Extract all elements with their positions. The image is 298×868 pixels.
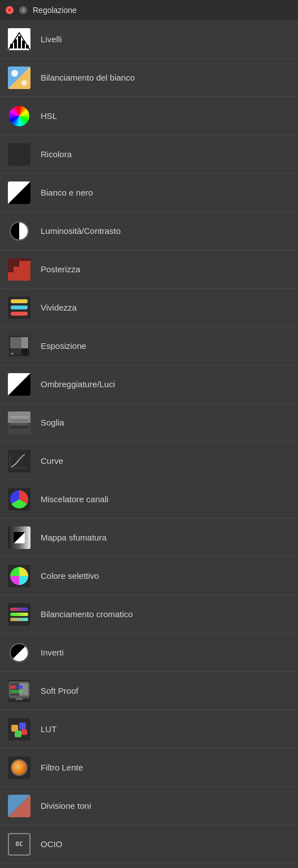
label-lut: LUT	[41, 724, 56, 734]
icon-tonesplit	[8, 795, 30, 817]
icon-vivid	[8, 296, 30, 319]
menu-item-curves[interactable]: Curve	[0, 442, 298, 480]
menu-item-brightness[interactable]: Luminosità/Contrasto	[0, 212, 298, 250]
svg-rect-40	[19, 723, 26, 729]
adjustment-list: Livelli Bilanciamento del bianco HSL Ric…	[0, 20, 298, 863]
svg-rect-42	[21, 729, 27, 735]
icon-invert	[8, 641, 30, 664]
menu-item-threshold[interactable]: Soglia	[0, 404, 298, 442]
svg-rect-21	[10, 426, 28, 428]
menu-item-ocio[interactable]: OC OCIO	[0, 825, 298, 863]
icon-channelmixer	[8, 488, 30, 511]
icon-colorbalance	[8, 603, 30, 626]
menu-item-livelli[interactable]: Livelli	[0, 20, 298, 59]
close-button[interactable]: ✕	[6, 6, 14, 14]
icon-threshold	[8, 411, 30, 434]
panel-title: Regolazione	[33, 6, 77, 15]
icon-shadowhighlights	[8, 373, 30, 396]
svg-rect-36	[17, 685, 23, 689]
label-colorbalance: Bilanciamento cromatico	[41, 609, 133, 619]
icon-livelli	[8, 28, 30, 51]
label-curves: Curve	[41, 456, 63, 466]
menu-item-channelmixer[interactable]: Miscelatore canali	[0, 480, 298, 519]
menu-item-lut[interactable]: LUT	[0, 710, 298, 749]
icon-hsl	[8, 105, 30, 127]
icon-lensfilter	[8, 756, 30, 779]
menu-item-lensfilter[interactable]: Filtro Lente	[0, 749, 298, 787]
label-channelmixer: Miscelatore canali	[41, 494, 108, 504]
menu-item-hsl[interactable]: HSL	[0, 97, 298, 135]
label-invert: Inverti	[41, 648, 64, 657]
label-tonesplit: Divisione toni	[41, 801, 91, 811]
icon-recolor	[8, 143, 30, 166]
title-bar: ✕ ⏸ Regolazione	[0, 0, 298, 20]
label-ocio: OCIO	[41, 839, 62, 849]
svg-rect-41	[15, 730, 21, 737]
label-posterize: Posterizza	[41, 264, 80, 274]
icon-curves	[8, 450, 30, 472]
menu-item-invert[interactable]: Inverti	[0, 634, 298, 672]
icon-wb	[8, 67, 30, 89]
icon-posterize	[8, 258, 30, 281]
svg-rect-35	[10, 685, 16, 689]
label-brightness: Luminosità/Contrasto	[41, 226, 121, 236]
menu-item-shadowhighlights[interactable]: Ombreggiature/Luci	[0, 365, 298, 404]
label-gradientmap: Mappa sfumatura	[41, 533, 107, 542]
svg-rect-19	[10, 419, 28, 422]
menu-item-gradientmap[interactable]: Mappa sfumatura	[0, 519, 298, 557]
svg-rect-32	[10, 683, 19, 696]
icon-bw	[8, 181, 30, 204]
label-wb: Bilanciamento del bianco	[41, 73, 135, 82]
svg-rect-3	[18, 36, 21, 48]
icon-selective	[8, 565, 30, 587]
pause-button[interactable]: ⏸	[19, 6, 27, 14]
menu-item-recolor[interactable]: Ricolora	[0, 135, 298, 174]
label-hsl: HSL	[41, 111, 57, 121]
svg-rect-12	[10, 337, 21, 348]
label-lensfilter: Filtro Lente	[41, 763, 83, 772]
menu-item-vivid[interactable]: Vividezza	[0, 289, 298, 327]
menu-item-wb[interactable]: Bilanciamento del bianco	[0, 59, 298, 97]
label-bw: Bianco e nero	[41, 188, 93, 197]
label-threshold: Soglia	[41, 418, 64, 427]
icon-exposure: +	[8, 335, 30, 357]
icon-lut	[8, 718, 30, 741]
menu-item-posterize[interactable]: Posterizza	[0, 250, 298, 289]
label-shadowhighlights: Ombreggiature/Luci	[41, 379, 115, 389]
svg-rect-37	[10, 690, 23, 693]
svg-rect-34	[16, 698, 23, 700]
menu-item-bw[interactable]: Bianco e nero	[0, 174, 298, 212]
label-vivid: Vividezza	[41, 303, 77, 312]
menu-item-softproof[interactable]: Soft Proof	[0, 672, 298, 710]
svg-text:+: +	[11, 351, 14, 356]
label-livelli: Livelli	[41, 34, 62, 44]
label-selective: Colore selettivo	[41, 571, 99, 581]
icon-ocio: OC	[8, 833, 30, 856]
menu-item-exposure[interactable]: + Esposizione	[0, 327, 298, 365]
icon-gradientmap	[8, 526, 30, 549]
svg-rect-18	[10, 416, 28, 418]
menu-item-tonesplit[interactable]: Divisione toni	[0, 787, 298, 825]
svg-rect-20	[10, 423, 28, 425]
menu-item-selective[interactable]: Colore selettivo	[0, 557, 298, 595]
label-exposure: Esposizione	[41, 341, 86, 351]
svg-rect-14	[21, 337, 28, 348]
icon-softproof	[8, 680, 30, 702]
menu-item-colorbalance[interactable]: Bilanciamento cromatico	[0, 595, 298, 634]
icon-brightness	[8, 220, 30, 242]
label-recolor: Ricolora	[41, 149, 72, 159]
label-softproof: Soft Proof	[41, 686, 78, 696]
